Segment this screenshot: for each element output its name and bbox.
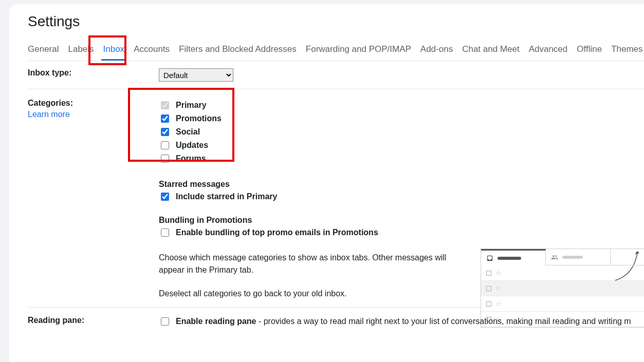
page-title: Settings	[28, 13, 644, 30]
category-checkbox-primary	[161, 101, 169, 109]
include-starred-label: Include starred in Primary	[176, 191, 277, 202]
categories-help-2: Deselect all categories to go back to yo…	[159, 288, 462, 300]
tab-offline[interactable]: Offline	[577, 40, 602, 61]
tab-accounts[interactable]: Accounts	[134, 40, 170, 61]
category-label-primary: Primary	[176, 100, 207, 111]
categories-label: Categories: Learn more	[28, 99, 159, 300]
starred-heading: Starred messages	[159, 180, 644, 189]
reading-pane-text: Enable reading pane - provides a way to …	[176, 316, 631, 327]
inbox-type-label: Inbox type:	[28, 68, 159, 82]
tab-add-ons[interactable]: Add-ons	[420, 40, 453, 61]
categories-help-1: Choose which message categories to show …	[159, 252, 462, 276]
include-starred-checkbox[interactable]	[161, 193, 169, 201]
category-checkbox-social[interactable]	[161, 128, 169, 136]
reading-pane-checkbox[interactable]	[161, 317, 169, 326]
bundling-checkbox[interactable]	[161, 228, 169, 237]
settings-tabs: GeneralLabelsInboxAccountsFilters and Bl…	[28, 40, 644, 61]
bundling-heading: Bundling in Promotions	[159, 216, 644, 225]
category-label-updates: Updates	[176, 140, 208, 151]
tab-inbox[interactable]: Inbox	[103, 40, 125, 61]
tab-forwarding-and-pop-imap[interactable]: Forwarding and POP/IMAP	[306, 40, 411, 61]
category-label-promotions: Promotions	[176, 113, 222, 124]
category-label-social: Social	[176, 126, 200, 138]
category-label-forums: Forums	[176, 153, 206, 164]
reading-pane-chk-label: Enable reading pane	[176, 317, 256, 326]
category-checkbox-promotions[interactable]	[161, 115, 169, 123]
tab-advanced[interactable]: Advanced	[529, 40, 568, 61]
category-checkbox-updates[interactable]	[161, 141, 169, 149]
people-icon	[551, 254, 558, 261]
reading-pane-desc: - provides a way to read mail right next…	[256, 317, 631, 326]
section-inbox-type: Inbox type: Default	[28, 61, 644, 89]
categories-list: PrimaryPromotionsSocialUpdatesForums	[159, 99, 644, 164]
category-checkbox-forums[interactable]	[161, 155, 169, 163]
bundling-label: Enable bundling of top promo emails in P…	[176, 227, 378, 238]
inbox-type-select[interactable]: Default	[159, 68, 233, 82]
categories-label-text: Categories:	[28, 99, 73, 107]
inbox-icon	[486, 255, 493, 262]
tab-labels[interactable]: Labels	[68, 40, 94, 61]
tab-themes[interactable]: Themes	[611, 40, 642, 61]
tab-general[interactable]: General	[28, 40, 59, 61]
tab-chat-and-meet[interactable]: Chat and Meet	[462, 40, 520, 61]
reading-pane-label: Reading pane:	[28, 316, 159, 329]
section-categories: Categories: Learn more PrimaryPromotions…	[28, 89, 644, 308]
learn-more-link[interactable]: Learn more	[28, 110, 159, 119]
tab-filters-and-blocked-addresses[interactable]: Filters and Blocked Addresses	[179, 40, 297, 61]
